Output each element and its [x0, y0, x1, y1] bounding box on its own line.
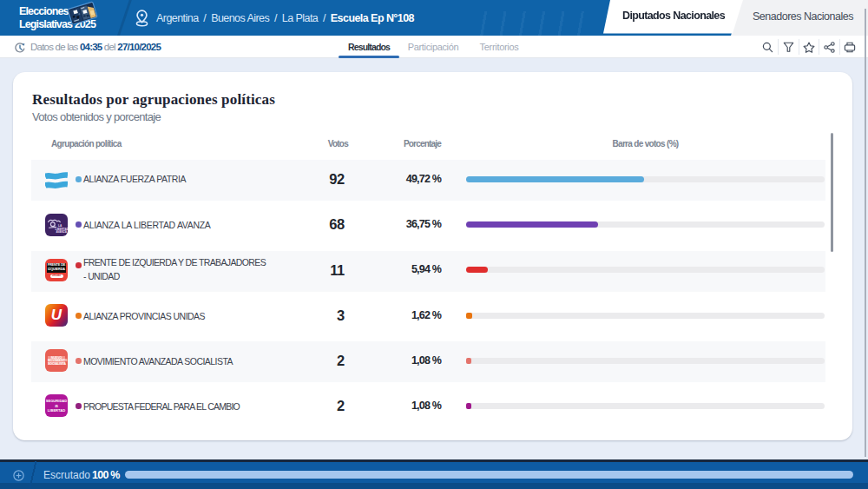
svg-text:AVANZA: AVANZA — [56, 230, 68, 234]
